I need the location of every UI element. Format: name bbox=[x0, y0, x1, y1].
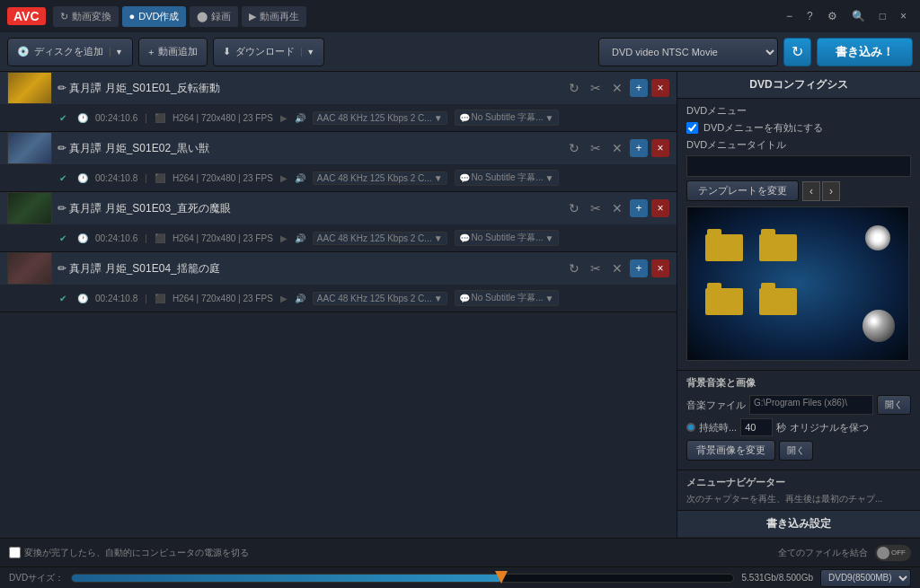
dvd-panel-title: DVDコンフィグシス bbox=[677, 72, 920, 99]
restore-button[interactable]: □ bbox=[873, 6, 892, 26]
close-btn-1[interactable]: × bbox=[651, 79, 669, 97]
bg-duration-row: 持続時... 秒 オリジナルを保つ bbox=[686, 418, 911, 436]
file-actions-4: ↻ ✂ ✕ + × bbox=[565, 259, 669, 277]
audio-dropdown-1[interactable]: AAC 48 KHz 125 Kbps 2 C... ▼ bbox=[313, 111, 447, 125]
close-btn-2[interactable]: × bbox=[651, 139, 669, 157]
write-button[interactable]: 書き込み！ bbox=[817, 38, 913, 66]
add-video-button[interactable]: + 動画追加 bbox=[138, 38, 208, 66]
file-item-2: ✏ 真月譚 月姫_S01E02_黒い獣 ↻ ✂ ✕ + × ✔ 🕐 00:24:… bbox=[0, 132, 677, 192]
close-btn-4[interactable]: × bbox=[651, 259, 669, 277]
progress-fill bbox=[72, 575, 502, 582]
bg-music-row: 音楽ファイル G:\Program Files (x86)\ 開く bbox=[686, 395, 911, 415]
subtitle-icon-1: 💬 bbox=[459, 113, 470, 123]
main-area: ✏ 真月譚 月姫_S01E01_反転衝動 ↻ ✂ ✕ + × ✔ 🕐 00:24… bbox=[0, 72, 920, 538]
file-item-3: ✏ 真月譚 月姫_S01E03_直死の魔眼 ↻ ✂ ✕ + × ✔ 🕐 00:2… bbox=[0, 192, 677, 252]
del-btn-1[interactable]: ✕ bbox=[608, 79, 626, 97]
change-bg-button[interactable]: 背景画像を変更 bbox=[686, 440, 775, 461]
dvd-menu-title-input[interactable] bbox=[686, 155, 911, 177]
edit-icon-3: ✏ bbox=[58, 202, 69, 215]
close-btn-3[interactable]: × bbox=[651, 199, 669, 217]
del-btn-4[interactable]: ✕ bbox=[608, 259, 626, 277]
subtitle-dropdown-4[interactable]: 💬 No Subtitle 字幕... ▼ bbox=[455, 290, 559, 306]
window-controls: − ? ⚙ 🔍 □ × bbox=[780, 6, 913, 26]
tab-dvd[interactable]: ● DVD作成 bbox=[122, 6, 187, 27]
bg-section-title: 背景音楽と画像 bbox=[686, 376, 911, 390]
power-off-checkbox[interactable] bbox=[9, 547, 21, 558]
sync-btn-4[interactable]: ↻ bbox=[565, 259, 583, 277]
change-bg-row: 背景画像を変更 開く bbox=[686, 440, 911, 461]
check-icon-1: ✔ bbox=[59, 113, 66, 123]
merge-toggle[interactable] bbox=[875, 545, 911, 561]
tab-convert[interactable]: ↻ 動画変換 bbox=[53, 6, 119, 27]
write-general-item[interactable]: 全般 bbox=[677, 537, 920, 538]
sync-btn-3[interactable]: ↻ bbox=[565, 199, 583, 217]
file-item-1: ✏ 真月譚 月姫_S01E01_反転衝動 ↻ ✂ ✕ + × ✔ 🕐 00:24… bbox=[0, 72, 677, 132]
status-bar: 変換が完了したら、自動的にコンピュータの電源を切る 全てのファイルを結合 bbox=[0, 538, 920, 566]
add-btn-3[interactable]: + bbox=[630, 199, 648, 217]
audio-dropdown-2[interactable]: AAC 48 KHz 125 Kbps 2 C... ▼ bbox=[313, 171, 447, 185]
minimize-button[interactable]: − bbox=[780, 6, 799, 26]
codec-icon-2: ⬛ bbox=[155, 173, 165, 183]
audio-dropdown-3[interactable]: AAC 48 KHz 125 Kbps 2 C... ▼ bbox=[313, 232, 447, 245]
check-icon-3: ✔ bbox=[59, 233, 66, 243]
file-name-3: ✏ 真月譚 月姫_S01E03_直死の魔眼 bbox=[58, 201, 560, 216]
download-button[interactable]: ⬇ ダウンロード ▼ bbox=[213, 38, 324, 66]
dvd-size-progress bbox=[71, 574, 734, 583]
duration-radio[interactable] bbox=[686, 423, 695, 432]
template-nav: ‹ › bbox=[802, 181, 840, 201]
template-next-button[interactable]: › bbox=[822, 181, 840, 201]
music-label: 音楽ファイル bbox=[686, 399, 746, 412]
dvd-type-select[interactable]: DVD9(8500MB) bbox=[820, 569, 911, 587]
tab-record[interactable]: ⬤ 録画 bbox=[190, 6, 238, 27]
duration-input[interactable] bbox=[740, 418, 773, 436]
codec-icon-1: ⬛ bbox=[155, 113, 165, 123]
check-icon-2: ✔ bbox=[59, 173, 66, 183]
file-thumbnail-3 bbox=[7, 192, 52, 224]
del-btn-3[interactable]: ✕ bbox=[608, 199, 626, 217]
tab-playback[interactable]: ▶ 動画再生 bbox=[242, 6, 306, 27]
change-bg-open-button[interactable]: 開く bbox=[779, 441, 813, 461]
add-btn-2[interactable]: + bbox=[630, 139, 648, 157]
merge-label: 全てのファイルを結合 bbox=[778, 547, 868, 559]
nav-section: メニューナビゲーター 次のチャプターを再生、再生後は最初のチャプ... bbox=[677, 470, 920, 511]
write-settings-title[interactable]: 書き込み設定 bbox=[677, 511, 920, 537]
subtitle-icon-3: 💬 bbox=[459, 233, 470, 243]
settings-button[interactable]: ⚙ bbox=[821, 6, 844, 26]
cut-btn-3[interactable]: ✂ bbox=[587, 199, 605, 217]
change-template-button[interactable]: テンプレートを変更 bbox=[686, 180, 799, 201]
file-header-1: ✏ 真月譚 月姫_S01E01_反転衝動 ↻ ✂ ✕ + × bbox=[0, 72, 677, 104]
cut-btn-2[interactable]: ✂ bbox=[587, 139, 605, 157]
add-btn-4[interactable]: + bbox=[630, 259, 648, 277]
file-actions-3: ↻ ✂ ✕ + × bbox=[565, 199, 669, 217]
template-prev-button[interactable]: ‹ bbox=[802, 181, 820, 201]
preview-folder-1 bbox=[705, 234, 743, 261]
close-button[interactable]: × bbox=[894, 6, 913, 26]
format-select[interactable]: DVD video NTSC Movie bbox=[598, 38, 778, 66]
add-disc-button[interactable]: 💿 ディスクを追加 ▼ bbox=[7, 38, 133, 66]
subtitle-dropdown-3[interactable]: 💬 No Subtitle 字幕... ▼ bbox=[455, 230, 559, 246]
audio-icon-3: 🔊 bbox=[295, 233, 305, 243]
cut-btn-1[interactable]: ✂ bbox=[587, 79, 605, 97]
audio-dropdown-4[interactable]: AAC 48 KHz 125 Kbps 2 C... ▼ bbox=[313, 292, 447, 305]
refresh-button[interactable]: ↻ bbox=[783, 38, 811, 66]
del-btn-2[interactable]: ✕ bbox=[608, 139, 626, 157]
subtitle-dropdown-2[interactable]: 💬 No Subtitle 字幕... ▼ bbox=[455, 170, 559, 186]
music-open-button[interactable]: 開く bbox=[877, 395, 911, 415]
duration-unit: 秒 bbox=[776, 421, 786, 434]
help-button[interactable]: ? bbox=[801, 6, 819, 26]
search-button[interactable]: 🔍 bbox=[845, 6, 871, 26]
add-btn-1[interactable]: + bbox=[630, 79, 648, 97]
record-icon: ⬤ bbox=[197, 11, 208, 22]
sync-btn-1[interactable]: ↻ bbox=[565, 79, 583, 97]
original-label: オリジナルを保つ bbox=[790, 421, 869, 434]
dvd-menu-checkbox[interactable] bbox=[686, 122, 698, 134]
file-details-1: ✔ 🕐 00:24:10.6 | ⬛ H264 | 720x480 | 23 F… bbox=[0, 104, 677, 131]
file-name-1: ✏ 真月譚 月姫_S01E01_反転衝動 bbox=[58, 81, 560, 96]
cut-btn-4[interactable]: ✂ bbox=[587, 259, 605, 277]
dvd-icon: ● bbox=[129, 11, 136, 22]
check-icon-4: ✔ bbox=[59, 294, 66, 303]
subtitle-icon-2: 💬 bbox=[459, 173, 470, 183]
sync-btn-2[interactable]: ↻ bbox=[565, 139, 583, 157]
subtitle-dropdown-1[interactable]: 💬 No Subtitle 字幕... ▼ bbox=[455, 110, 559, 126]
edit-icon-4: ✏ bbox=[58, 262, 69, 275]
